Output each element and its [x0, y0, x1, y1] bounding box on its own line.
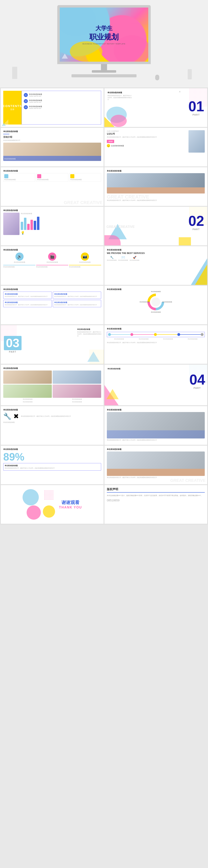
ty-yellow-circle [43, 505, 55, 518]
tool-row: 🔧 ✖ 单击添加您的内容文字，建议字体大小为18号，此处添加图表或者相关内容文字 [3, 412, 101, 420]
bar-3 [27, 224, 30, 230]
timeline-desc: 单击添加您的内容文字，建议字体大小为18号，此处添加图表或者相关内容文字 [107, 342, 205, 344]
large-yellow-tri [195, 265, 207, 285]
yellow-shape-02 [179, 237, 191, 245]
contents-item-1: 01 单击添加您的标题 Please add the text [24, 93, 99, 97]
copyright-title: 版权声明 [107, 488, 205, 493]
tl-dot-4 [177, 333, 180, 336]
thankyou-deco [23, 489, 55, 520]
lightbulb-deco: 💡 [21, 231, 101, 235]
bar-6 [37, 217, 39, 230]
info-text-2: 单击添加您的标题 [37, 179, 67, 181]
slides-grid: CONTENTS 目录 01 单击添加您的标题 Please add the t… [0, 88, 208, 525]
info-cell-1: 单击添加您的标题 单击添加您的内容文字，建议字体大小为18号，此处添加图表或者相… [3, 291, 52, 299]
kb-great-inner: 单击添加您的标题 GREAT CREATIVE 单击添加您的内容文字，建议字体大… [104, 445, 207, 484]
company-en-title: OUR COMPANY [107, 130, 187, 132]
desc-text-2: 单击添加您的标题 [36, 266, 68, 268]
cycle-title: 单击添加您的标题 [107, 288, 205, 291]
info-icon-2 [37, 174, 41, 178]
ty-blue-circle [23, 489, 39, 505]
info-text-1: 单击添加您的标题 [4, 179, 34, 181]
blue-blob [106, 106, 127, 123]
desc-boxes: 单击添加您的标题 单击添加您的标题 单击添加您的标题 [3, 265, 101, 268]
office-desc: 单击添加您的内容文字，建议字体大小为18号，此处添加图表或者相关内容文字 [107, 439, 205, 441]
tl-section-4 [177, 333, 201, 336]
slide-keyboard-great: 单击添加您的标题 GREAT CREATIVE 单击添加您的内容文字，建议字体大… [104, 445, 207, 484]
slide-part03: 03 PART 单击添加您的标题 单击添加您的内容文字，建议字体大小为18号，此… [1, 325, 104, 364]
contents-layout: CONTENTS 目录 01 单击添加您的标题 Please add the t… [3, 91, 101, 125]
our-company-inner: OUR COMPANY 认识公司 单击添加您的内容文字，建议字体大小为18号，此… [104, 128, 207, 166]
svc-label-3: 单击添加您的标题 [130, 259, 139, 261]
phone-inner: 单击添加您的标题 单击添加您的标题 [1, 207, 104, 245]
activity-photo: 单击添加您的标题 [3, 143, 101, 161]
yellow-dots-03 [90, 349, 104, 364]
cell1-body: 单击添加您的内容文字，建议字体大小为18号，此处添加图表或者相关内容文字 [5, 296, 50, 298]
slide-photo-grid: 单击添加您的标题 单击添加您的标题 单击添加您的标题 单击添加您的标题 单击添加… [1, 365, 104, 405]
company-desc: 单击添加您的内容文字，建议字体大小为18号，此处添加图表或者相关内容文字 [107, 136, 187, 138]
wrench-icon: 🔧 [3, 412, 11, 420]
percent-box-title: 单击添加您的标题 [5, 465, 100, 467]
timeline-inner: 单击添加您的标题 [104, 325, 207, 364]
tl-label-1: 单击添加您的标题 [107, 338, 131, 340]
pink-shape-02 [104, 235, 120, 245]
part01-number: 01 PART [188, 99, 204, 116]
keyboard-photo [107, 452, 205, 476]
icon-item-3: 📷 单击添加您的标题 [79, 252, 91, 263]
thankyou-text-block: 谢谢观看 THANK YOU [59, 499, 82, 509]
monitor-container: 大学生 职业规划 BUSINESS POWERPOINT REPORT TEMP… [51, 5, 157, 83]
yellow-tri-04 [106, 389, 118, 399]
slide-info-layout: 单击添加您的标题 单击添加您的标题 单击添加您的内容文字，建议字体大小为18号，… [1, 286, 104, 324]
great-creative-watermark-1: GREAT CREATIVE [64, 200, 103, 205]
cell3-body: 单击添加您的内容文字，建议字体大小为18号，此处添加图表或者相关内容文字 [5, 304, 50, 306]
tl-label-4: 单击添加您的标题 [180, 338, 205, 340]
photo-caption: 单击添加您的标题 [4, 158, 15, 160]
info-2x2-grid: 单击添加您的标题 单击添加您的内容文字，建议字体大小为18号，此处添加图表或者相… [3, 291, 101, 307]
bar-2 [24, 218, 26, 230]
tl-line-2 [133, 334, 154, 335]
laptop-photo [107, 173, 205, 193]
part03-number: 03 PART [4, 336, 22, 353]
contents-num-1: 01 [24, 93, 28, 97]
bar-4 [31, 220, 33, 230]
hands-sim [107, 187, 205, 193]
slide-phone: 单击添加您的标题 单击添加您的标题 [1, 207, 104, 245]
svc-3: 🚀 单击添加您的标题 [130, 256, 139, 261]
kb-title: 单击添加您的标题 [107, 448, 205, 451]
cycle-label-4: 单击添加您的标题 [140, 301, 149, 303]
tl-section-3 [154, 333, 177, 336]
company-photo [188, 130, 205, 153]
tool-desc: 单击添加您的内容文字，建议字体大小为18号，此处添加图表或者相关内容文字 [21, 415, 101, 417]
speaker-icon: 🔊 [15, 252, 24, 261]
great1-info-boxes: 单击添加您的标题 单击添加您的标题 单击添加您的标题 [3, 173, 101, 182]
desk-right [188, 69, 192, 79]
svc-icons-inner: 单击添加您的标题 🔧 ✖ 单击添加您的内容文字，建议字体大小为18号，此处添加图… [1, 406, 104, 445]
phone-right: 单击添加您的标题 💡 [21, 213, 101, 235]
svc-icon-3: 🚀 [133, 256, 136, 259]
percent-value: 89% [3, 452, 101, 462]
slide-copyright: 版权声明 本作品由橡皮擦PPT设计，版权归橡皮擦PPT所有，仅供学习交流使用，未… [104, 485, 207, 524]
activity-cn-title: 活动介绍 [3, 135, 101, 138]
cell4-title: 单击添加您的标题 [54, 301, 100, 304]
desc-3: 单击添加您的标题 [69, 265, 101, 268]
desk-left [12, 67, 17, 79]
contents-item-2: 02 单击添加您的标题 Please add the text [24, 99, 99, 103]
part04-title: 单击添加您的标题 [107, 368, 120, 370]
tl-dot-3 [154, 333, 157, 336]
bar-5 [34, 221, 36, 230]
percent-inner: 单击添加您的标题 89% 单击添加您的标题 单击添加您的内容文字，建议字体大小为… [1, 445, 104, 484]
page-wrapper: 大学生 职业规划 BUSINESS POWERPOINT REPORT TEMP… [0, 0, 208, 525]
small-tri-03 [88, 351, 100, 362]
tl-dot-2 [130, 333, 133, 336]
pink-corner-04 [104, 385, 118, 405]
phone-img-1 [3, 213, 20, 235]
contents-list: 01 单击添加您的标题 Please add the text 02 单击添加您… [22, 91, 101, 125]
company-subtitle-row: 💡 点击添加你的标题 [107, 144, 187, 147]
hero-cn-subtitle: 职业规划 [82, 32, 125, 42]
service-icons-row: 🔧 单击添加您的标题 ✉️ 单击添加您的标题 🚀 单击添加您的标题 [107, 256, 205, 261]
hero-cn-title: 大学生 [82, 24, 125, 32]
yellow-tri [104, 117, 114, 127]
cycle-label-3: 单击添加您的标题 [151, 311, 161, 313]
info-layout-title: 单击添加您的标题 [3, 288, 101, 291]
cell2-title: 单击添加您的标题 [54, 293, 100, 295]
svc-label-2: 单击添加您的标题 [118, 259, 128, 261]
